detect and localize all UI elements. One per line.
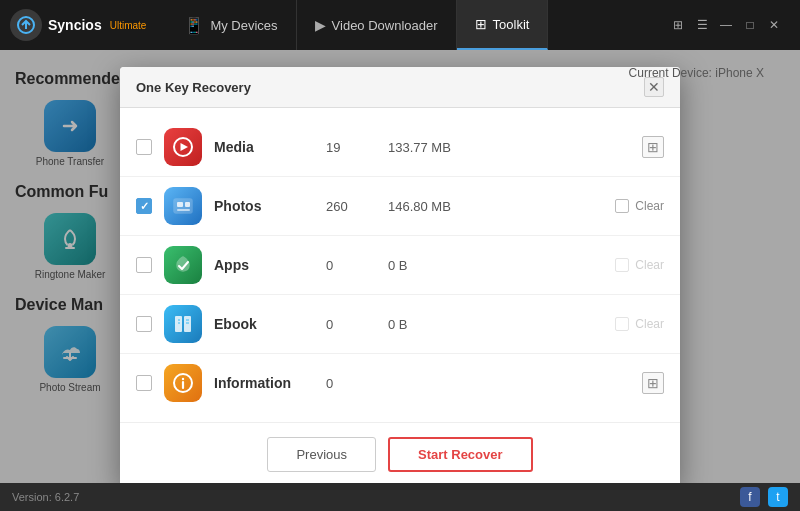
top-nav: Syncios Ultimate 📱 My Devices ▶ Video Do… <box>0 0 800 50</box>
apps-icon <box>164 246 202 284</box>
ebook-name: Ebook <box>214 316 314 332</box>
media-action: ⊞ <box>642 136 664 158</box>
apps-count: 0 <box>326 258 376 273</box>
main-area: Current Device: iPhone X Recommende Phon… <box>0 50 800 483</box>
nav-my-devices[interactable]: 📱 My Devices <box>166 0 296 50</box>
app-logo: Syncios Ultimate <box>10 9 146 41</box>
one-key-recovery-modal: One Key Recovery ✕ Media 19 133. <box>120 67 680 483</box>
ebook-count: 0 <box>326 317 376 332</box>
device-info-bar: Current Device: iPhone X <box>613 58 780 88</box>
modal-footer: Previous Start Recover <box>120 422 680 483</box>
minimize-button[interactable]: — <box>718 17 734 33</box>
recovery-item-ebook: Ebook 0 0 B Clear <box>120 295 680 354</box>
photos-checkbox[interactable] <box>136 198 152 214</box>
svg-marker-3 <box>181 143 189 151</box>
photos-name: Photos <box>214 198 314 214</box>
maximize-button[interactable]: □ <box>742 17 758 33</box>
apps-clear-checkbox[interactable] <box>615 258 629 272</box>
nav-video-downloader[interactable]: ▶ Video Downloader <box>297 0 457 50</box>
ebook-clear-label: Clear <box>635 317 664 331</box>
nav-toolkit-label: Toolkit <box>493 17 530 32</box>
apps-name: Apps <box>214 257 314 273</box>
svg-rect-8 <box>175 316 182 332</box>
media-count: 19 <box>326 140 376 155</box>
apps-checkbox[interactable] <box>136 257 152 273</box>
modal-overlay: One Key Recovery ✕ Media 19 133. <box>0 50 800 483</box>
close-button[interactable]: ✕ <box>766 17 782 33</box>
photos-count: 260 <box>326 199 376 214</box>
apps-size: 0 B <box>388 258 603 273</box>
ebook-icon <box>164 305 202 343</box>
logo-icon <box>10 9 42 41</box>
apps-action: Clear <box>615 258 664 272</box>
menu-icon[interactable]: ☰ <box>694 17 710 33</box>
photos-size: 146.80 MB <box>388 199 603 214</box>
status-bar: Version: 6.2.7 f t <box>0 483 800 511</box>
window-controls: ⊞ ☰ — □ ✕ <box>670 17 790 33</box>
social-icons: f t <box>740 487 788 507</box>
nav-toolkit[interactable]: ⊞ Toolkit <box>457 0 549 50</box>
ebook-size: 0 B <box>388 317 603 332</box>
information-expand-button[interactable]: ⊞ <box>642 372 664 394</box>
nav-video-downloader-label: Video Downloader <box>332 18 438 33</box>
information-action: ⊞ <box>642 372 664 394</box>
media-name: Media <box>214 139 314 155</box>
app-name-label: Syncios <box>48 17 102 33</box>
media-expand-button[interactable]: ⊞ <box>642 136 664 158</box>
svg-rect-7 <box>177 209 190 211</box>
modal-title: One Key Recovery <box>136 80 251 95</box>
information-name: Information <box>214 375 314 391</box>
svg-point-15 <box>182 378 184 380</box>
media-size: 133.77 MB <box>388 140 630 155</box>
information-icon <box>164 364 202 402</box>
svg-rect-6 <box>185 202 190 207</box>
ebook-checkbox[interactable] <box>136 316 152 332</box>
previous-button[interactable]: Previous <box>267 437 376 472</box>
photos-action: Clear <box>615 199 664 213</box>
recovery-item-information: Information 0 ⊞ <box>120 354 680 412</box>
nav-my-devices-label: My Devices <box>210 18 277 33</box>
recovery-item-media: Media 19 133.77 MB ⊞ <box>120 118 680 177</box>
ebook-clear-checkbox[interactable] <box>615 317 629 331</box>
version-label: Version: 6.2.7 <box>12 491 79 503</box>
information-count: 0 <box>326 376 376 391</box>
app-edition-label: Ultimate <box>110 20 147 31</box>
tile-icon[interactable]: ⊞ <box>670 17 686 33</box>
recovery-item-apps: Apps 0 0 B Clear <box>120 236 680 295</box>
recovery-list: Media 19 133.77 MB ⊞ <box>120 108 680 422</box>
svg-rect-9 <box>184 316 191 332</box>
photos-clear-label: Clear <box>635 199 664 213</box>
photos-clear-checkbox[interactable] <box>615 199 629 213</box>
svg-rect-5 <box>177 202 183 207</box>
play-icon: ▶ <box>315 17 326 33</box>
ebook-action: Clear <box>615 317 664 331</box>
media-checkbox[interactable] <box>136 139 152 155</box>
media-icon <box>164 128 202 166</box>
facebook-icon[interactable]: f <box>740 487 760 507</box>
recovery-item-photos: Photos 260 146.80 MB Clear <box>120 177 680 236</box>
twitter-icon[interactable]: t <box>768 487 788 507</box>
modal-header: One Key Recovery ✕ <box>120 67 680 108</box>
information-checkbox[interactable] <box>136 375 152 391</box>
toolkit-icon: ⊞ <box>475 16 487 32</box>
start-recover-button[interactable]: Start Recover <box>388 437 533 472</box>
photos-icon <box>164 187 202 225</box>
apps-clear-label: Clear <box>635 258 664 272</box>
phone-icon: 📱 <box>184 16 204 35</box>
